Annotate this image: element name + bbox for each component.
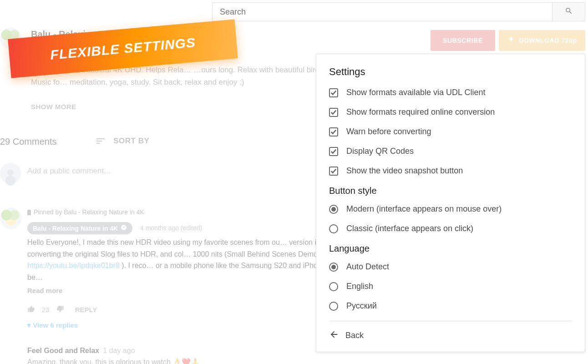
checkbox-icon	[329, 127, 338, 136]
check-label: Warn before converting	[346, 127, 431, 136]
svg-point-0	[122, 225, 127, 230]
check-label: Show formats required online conversion	[346, 107, 495, 117]
radio-icon	[329, 205, 338, 214]
check-label: Show the video snapshot button	[346, 166, 463, 176]
radio-classic[interactable]: Classic (interface appears on click)	[329, 224, 572, 233]
settings-panel: Settings Show formats available via UDL …	[316, 54, 585, 352]
search-bar	[212, 2, 585, 21]
language-title: Language	[329, 243, 572, 254]
settings-check-warn[interactable]: Warn before converting	[329, 127, 572, 136]
settings-title: Settings	[329, 66, 572, 78]
download-icon	[507, 36, 515, 46]
comment-author-name: Balu - Relaxing Nature in 4K	[33, 225, 118, 232]
settings-check-udl[interactable]: Show formats available via UDL Client	[329, 88, 572, 97]
radio-label: Русский	[346, 301, 377, 311]
sort-by-button[interactable]: SORT BY	[96, 136, 149, 146]
verified-icon	[121, 224, 127, 232]
like-count: 23	[42, 306, 50, 313]
view-replies-button[interactable]: View 6 replies	[27, 321, 78, 329]
comment-link[interactable]: https://youtu.be/Ipdqke01br8	[27, 262, 120, 269]
pinned-label: Pinned by Balu - Relaxing Nature in 4K	[27, 208, 144, 216]
radio-label: English	[346, 282, 373, 291]
settings-check-qr[interactable]: Display QR Codes	[329, 147, 572, 156]
divider	[329, 321, 572, 321]
sort-icon	[96, 138, 106, 145]
comment-author-chip[interactable]: Balu - Relaxing Nature in 4K	[27, 222, 132, 234]
radio-label: Classic (interface appears on click)	[346, 224, 473, 233]
back-button[interactable]: Back	[329, 329, 572, 342]
checkbox-icon	[329, 147, 338, 156]
radio-icon	[329, 224, 338, 233]
comment-author-name[interactable]: Feel Good and Relax1 day ago	[27, 347, 135, 355]
comment-input[interactable]: Add a public comment...	[27, 167, 110, 176]
sort-by-label: SORT BY	[113, 136, 149, 145]
radio-label: Modern (interface appears on mouse over)	[346, 204, 502, 214]
comment-actions: 23 REPLY	[27, 305, 97, 314]
radio-lang-ru[interactable]: Русский	[329, 301, 572, 311]
radio-modern[interactable]: Modern (interface appears on mouse over)	[329, 204, 572, 214]
thumbs-up-icon[interactable]	[27, 305, 35, 314]
promo-banner: FLEXIBLE SETTINGS	[8, 19, 238, 78]
radio-lang-auto[interactable]: Auto Detect	[329, 262, 572, 272]
radio-icon	[329, 263, 338, 272]
check-label: Display QR Codes	[346, 147, 414, 156]
settings-check-online-conv[interactable]: Show formats required online conversion	[329, 107, 572, 117]
pin-icon	[27, 210, 31, 215]
radio-icon	[329, 302, 338, 311]
check-label: Show formats available via UDL Client	[346, 88, 485, 97]
comment-body: Amazing, thank you, this is glorious to …	[27, 358, 200, 364]
show-more-button[interactable]: SHOW MORE	[31, 103, 76, 111]
arrow-left-icon	[329, 329, 339, 342]
search-input[interactable]	[213, 3, 552, 21]
button-style-title: Button style	[329, 186, 572, 196]
comment-timestamp: 1 day ago	[103, 347, 135, 354]
settings-check-snapshot[interactable]: Show the video snapshot button	[329, 166, 572, 176]
comment-author-avatar	[0, 207, 22, 229]
reply-button[interactable]: REPLY	[75, 306, 97, 313]
download-label: DOWNLOAD 720p	[519, 37, 577, 44]
checkbox-icon	[329, 108, 338, 117]
comments-count: 29 Comments	[0, 136, 57, 147]
radio-label: Auto Detect	[346, 262, 389, 272]
download-button[interactable]: DOWNLOAD 720p	[499, 30, 585, 51]
radio-lang-en[interactable]: English	[329, 282, 572, 291]
comment-timestamp: 4 months ago (edited)	[140, 224, 202, 232]
read-more-button[interactable]: Read more	[27, 287, 63, 294]
search-icon	[565, 7, 573, 17]
checkbox-icon	[329, 88, 338, 97]
radio-icon	[329, 282, 338, 291]
back-label: Back	[345, 331, 364, 340]
thumbs-down-icon[interactable]	[56, 305, 64, 314]
user-avatar	[0, 163, 21, 184]
search-button[interactable]	[552, 3, 585, 21]
checkbox-icon	[329, 167, 338, 176]
subscribe-button[interactable]: SUBSCRIBE	[431, 30, 495, 51]
